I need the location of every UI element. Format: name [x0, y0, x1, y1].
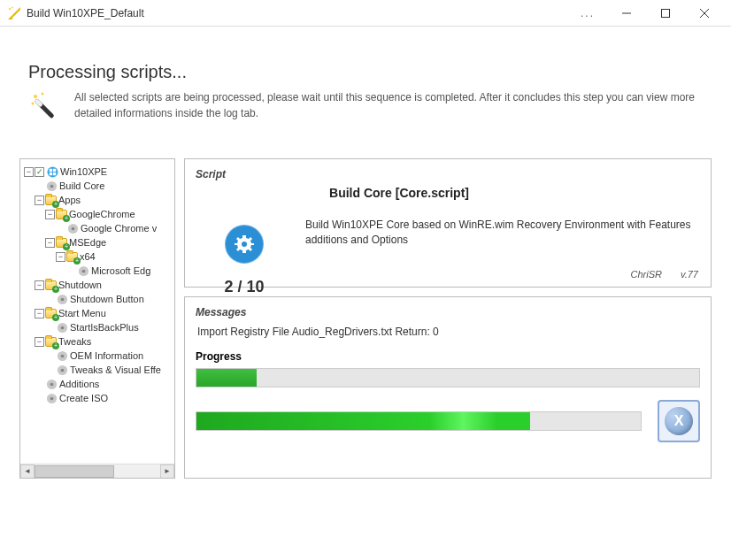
folder-icon: +: [45, 196, 57, 205]
cancel-icon: X: [665, 407, 693, 435]
folder-icon: +: [56, 210, 67, 219]
tree-item[interactable]: Tweaks & Visual Effe: [24, 363, 171, 377]
tree-label: Shutdown: [58, 278, 102, 292]
tree-label: Create ISO: [59, 391, 108, 405]
folder-icon: +: [45, 280, 57, 290]
svg-point-34: [50, 396, 53, 400]
svg-rect-14: [52, 168, 55, 171]
script-meta: ChriSR v.77: [615, 269, 699, 280]
tree-toggle[interactable]: −: [35, 337, 44, 347]
tree-item[interactable]: OEM Information: [24, 349, 171, 363]
gear-icon: [45, 392, 58, 404]
header-description: All selected scripts are being processed…: [74, 89, 703, 121]
tree-item[interactable]: −+Tweaks: [24, 334, 171, 349]
progress-bar-1: [196, 368, 700, 387]
script-panel: Script Build Core [Core.script]: [184, 158, 712, 288]
scroll-thumb[interactable]: [35, 465, 114, 478]
script-version: v.77: [681, 269, 698, 280]
tree-item[interactable]: StartIsBackPlus: [24, 320, 171, 334]
dots-button[interactable]: ...: [568, 7, 607, 19]
gear-icon: [223, 223, 265, 265]
cancel-button[interactable]: X: [658, 400, 700, 442]
tree-label: MSEdge: [69, 235, 106, 249]
tree-item[interactable]: Create ISO: [24, 391, 171, 405]
minimize-button[interactable]: [607, 0, 646, 27]
scroll-left-button[interactable]: ◄: [20, 464, 35, 479]
progress-fill-2: [196, 412, 530, 430]
gear-icon: [45, 180, 58, 192]
svg-point-26: [60, 326, 64, 329]
tree-toggle[interactable]: −: [24, 167, 34, 177]
gear-icon: [77, 265, 89, 277]
tree-checkbox[interactable]: [35, 167, 44, 177]
tree-toggle[interactable]: −: [45, 210, 55, 219]
tree-item[interactable]: Shutdown Button: [24, 292, 171, 306]
folder-icon: +: [66, 252, 78, 262]
maximize-button[interactable]: [646, 0, 685, 27]
tree-label: Shutdown Button: [70, 292, 144, 306]
tree-item[interactable]: Google Chrome v: [24, 221, 171, 235]
svg-point-30: [60, 368, 64, 372]
svg-rect-4: [662, 9, 670, 17]
titlebar: Build Win10XPE_Default ...: [0, 0, 731, 27]
svg-point-37: [242, 242, 247, 247]
tree-label: StartIsBackPlus: [70, 320, 139, 334]
svg-point-22: [81, 269, 85, 272]
script-name: Build Core [Core.script]: [98, 186, 700, 200]
tree-item[interactable]: −+MSEdge: [24, 235, 171, 249]
svg-point-28: [60, 354, 64, 357]
svg-point-32: [50, 382, 53, 386]
tree-item[interactable]: −Win10XPE: [24, 165, 171, 179]
tree-toggle[interactable]: −: [35, 196, 44, 205]
svg-point-7: [34, 95, 37, 98]
script-counter: 2 / 10: [224, 278, 264, 296]
messages-panel-title: Messages: [196, 306, 700, 318]
folder-icon: +: [56, 238, 67, 248]
folder-icon: +: [45, 309, 57, 318]
tree-label: Additions: [59, 377, 99, 391]
svg-point-2: [12, 6, 13, 8]
script-panel-title: Script: [196, 168, 700, 180]
script-author: ChriSR: [631, 269, 662, 280]
tree-item[interactable]: Additions: [24, 377, 171, 391]
tree-label: Microsoft Edg: [91, 264, 150, 278]
svg-point-12: [47, 166, 58, 177]
tree-item[interactable]: Microsoft Edg: [24, 264, 171, 278]
svg-rect-16: [52, 172, 55, 174]
tree-label: Tweaks & Visual Effe: [70, 363, 161, 377]
log-line: Import Registry File Audio_RegDrivers.tx…: [197, 326, 698, 338]
gear-icon: [56, 293, 68, 305]
win-logo-icon: [46, 165, 58, 178]
header: Processing scripts... All selected scrip…: [0, 27, 731, 142]
app-icon: [7, 6, 21, 20]
progress-bar-2: [196, 411, 642, 431]
tree-label: OEM Information: [70, 349, 143, 363]
tree-toggle[interactable]: −: [35, 309, 44, 318]
tree-label: GoogleChrome: [69, 207, 135, 221]
tree-item[interactable]: −+Start Menu: [24, 306, 171, 320]
progress-fill-1: [196, 369, 257, 387]
page-title: Processing scripts...: [28, 62, 703, 82]
svg-point-8: [42, 93, 44, 96]
close-button[interactable]: [685, 0, 724, 27]
progress-label: Progress: [196, 350, 700, 363]
tree-label: Tweaks: [58, 334, 91, 349]
scroll-right-button[interactable]: ►: [160, 464, 174, 479]
scroll-track[interactable]: [35, 464, 160, 479]
gear-icon: [56, 349, 68, 362]
tree-toggle[interactable]: −: [35, 280, 44, 290]
wand-icon: [28, 89, 64, 125]
tree-toggle[interactable]: −: [56, 252, 65, 262]
tree-toggle[interactable]: −: [45, 238, 55, 248]
tree-item[interactable]: −+x64: [24, 249, 171, 264]
messages-panel: Messages Import Registry File Audio_RegD…: [184, 296, 712, 479]
folder-icon: +: [45, 337, 57, 347]
tree-label: Start Menu: [58, 306, 106, 320]
gear-icon: [66, 222, 79, 234]
tree-item[interactable]: −+Shutdown: [24, 278, 171, 292]
tree-scrollbar[interactable]: ◄ ►: [20, 464, 174, 478]
tree-label: Win10XPE: [60, 165, 107, 179]
tree-label: x64: [80, 249, 96, 264]
tree-item[interactable]: −+GoogleChrome: [24, 207, 171, 221]
svg-point-20: [71, 226, 74, 230]
